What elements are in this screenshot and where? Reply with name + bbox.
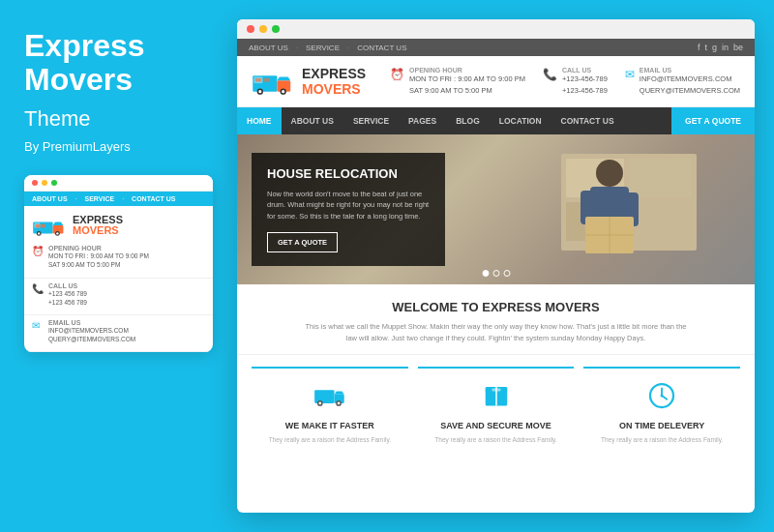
feature-card-secure: SAVE AND SECURE MOVE They really are a r… [418,367,575,455]
facebook-icon[interactable]: f [698,43,700,52]
header-call-info: 📞 CALL US +123-456-789 +123-456-789 [543,67,608,96]
hero-title: HOUSE RELOCATION [267,166,430,181]
svg-rect-31 [314,390,334,403]
nav-get-quote-button[interactable]: GET A QUOTE [671,107,755,134]
feature-secure-text: They really are a raison the Address Fam… [426,435,567,445]
svg-rect-8 [36,224,41,228]
mobile-nav-about[interactable]: ABOUT US [32,195,68,202]
welcome-title: WELCOME TO EXPRESS MOVERS [252,300,740,314]
mobile-info-email: ✉ EMAIL US INFO@ITEMMOVERS.COM QUERY@ITE… [24,315,213,352]
site-logo-text: EXPRESS MOVERS [302,66,366,97]
svg-point-37 [337,402,340,405]
header-opening-info: ⏰ OPENING HOUR MON TO FRI : 9:00 AM TO 9… [390,67,525,96]
feature-secure-title: SAVE AND SECURE MOVE [426,421,567,430]
welcome-text: This is what we call the Muppet Show. Ma… [303,321,690,344]
app-title: Express Movers [24,29,213,101]
svg-rect-19 [264,78,270,82]
site-header: EXPRESS MOVERS ⏰ OPENING HOUR MON TO FRI… [237,56,755,107]
svg-rect-18 [255,78,261,82]
mobile-logo-text: EXPRESS MOVERS [73,215,123,236]
header-phone-icon: 📞 [543,68,557,81]
twitter-icon[interactable]: t [704,43,707,52]
browser-dot-red [247,25,254,33]
hero-text: Now the world don't move to the beat of … [267,189,430,222]
svg-point-14 [258,90,261,93]
site-topnav-contact[interactable]: CONTACT US [357,44,406,52]
svg-rect-22 [629,159,692,197]
feature-faster-title: WE MAKE IT FASTER [259,421,401,430]
header-info: ⏰ OPENING HOUR MON TO FRI : 9:00 AM TO 9… [390,67,740,96]
svg-marker-12 [277,77,290,81]
site-logo: EXPRESS MOVERS [252,66,366,97]
left-panel: Express Movers Theme By PremiumLayers AB… [0,0,237,532]
feature-card-faster: WE MAKE IT FASTER They really are a rais… [252,367,408,455]
header-clock-icon: ⏰ [390,68,404,81]
googleplus-icon[interactable]: g [712,43,717,52]
hero-cta-button[interactable]: GET A QUOTE [267,232,338,252]
browser-dot-green [272,25,280,33]
feature-time-title: ON TIME DELEVERY [591,421,732,430]
hero-dot-3[interactable] [503,270,510,277]
mobile-dot-yellow [42,180,47,186]
mobile-nav-service[interactable]: SERVICE [85,195,115,202]
feature-card-time: ON TIME DELEVERY They really are a raiso… [583,367,740,455]
site-top-bar: ABOUT US · SERVICE · CONTACT US f t g in… [237,39,755,56]
svg-marker-33 [334,391,343,394]
nav-home[interactable]: HOME [237,107,282,134]
feature-time-text: They really are a raison the Address Fam… [591,435,732,445]
hero-dot-2[interactable] [492,270,499,277]
mobile-info-call: 📞 CALL US +123 456 789 +123 456 789 [24,279,213,315]
mobile-truck-icon [32,214,67,237]
feature-faster-text: They really are a raison the Address Fam… [259,435,401,445]
svg-point-35 [318,402,321,405]
mobile-email-icon: ✉ [32,320,44,331]
mobile-nav-contact[interactable]: CONTACT US [132,195,175,202]
mobile-preview: ABOUT US · SERVICE · CONTACT US EXPRES [24,175,213,352]
site-top-nav: ABOUT US · SERVICE · CONTACT US [249,44,406,52]
site-topnav-service[interactable]: SERVICE [306,44,340,52]
mobile-top-bar [24,175,213,192]
svg-rect-9 [41,224,45,228]
nav-service[interactable]: SERVICE [343,107,399,134]
svg-rect-41 [491,389,500,392]
feature-clock-icon [644,378,679,413]
feature-truck-icon [313,378,347,413]
mobile-logo-area: EXPRESS MOVERS [24,206,213,241]
svg-point-4 [38,233,40,235]
svg-point-16 [282,90,284,93]
nav-contact[interactable]: CONTACT US [551,107,624,134]
app-subtitle: Theme [24,106,213,132]
mobile-dot-red [32,180,38,186]
mobile-nav: ABOUT US · SERVICE · CONTACT US [24,192,213,206]
site-welcome: WELCOME TO EXPRESS MOVERS This is what w… [237,284,755,355]
mobile-clock-icon: ⏰ [32,246,44,256]
nav-about[interactable]: ABOUT US [282,107,343,134]
behance-icon[interactable]: be [733,43,743,52]
site-social-icons: f t g in be [698,43,743,52]
mobile-dot-green [51,180,57,186]
nav-location[interactable]: LOCATION [490,107,551,134]
nav-pages[interactable]: PAGES [399,107,446,134]
svg-marker-2 [53,222,64,226]
site-logo-express: EXPRESS [302,66,366,81]
app-author: By PremiumLayers [24,139,213,154]
hero-dots [482,270,510,277]
hero-dot-1[interactable] [482,270,489,277]
mobile-logo-movers: MOVERS [73,225,123,236]
browser-top-bar [237,19,755,39]
svg-point-6 [56,233,58,235]
mobile-info-opening: ⏰ OPENING HOUR MON TO FRI : 9:00 AM TO 9… [24,241,213,278]
site-topnav-about[interactable]: ABOUT US [249,44,288,52]
svg-point-45 [661,395,664,398]
mobile-phone-icon: 📞 [32,283,44,294]
site-features: WE MAKE IT FASTER They really are a rais… [237,355,755,466]
feature-box-icon [479,378,514,413]
linkedin-icon[interactable]: in [722,43,729,52]
site-nav: HOME ABOUT US SERVICE PAGES BLOG LOCATIO… [237,107,755,134]
nav-blog[interactable]: BLOG [446,107,490,134]
header-email-info: ✉ EMAIL US INFO@ITEMMOVERS.COM QUERY@ITE… [625,67,740,96]
site-logo-movers: MOVERS [302,81,366,97]
site-hero: HOUSE RELOCATION Now the world don't mov… [237,134,755,284]
svg-point-24 [596,160,623,187]
hero-content: HOUSE RELOCATION Now the world don't mov… [252,153,445,266]
